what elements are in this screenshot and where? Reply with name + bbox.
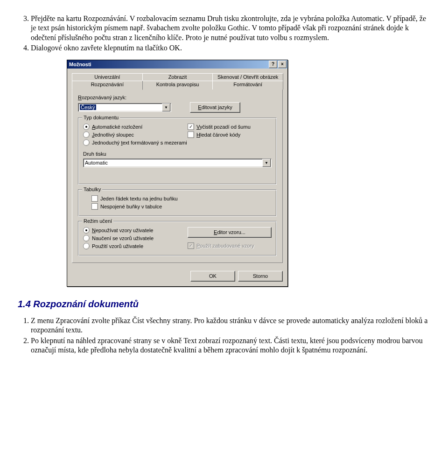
recognition-steps-list: Z menu Zpracování zvolte příkaz Číst vše… (18, 316, 430, 355)
checkbox-icon (91, 195, 98, 202)
radio-simple-text[interactable]: Jednoduchý text formátovaný s mezerami (83, 139, 188, 146)
check-unjoined-cells[interactable]: Nespojené buňky v tabulce (91, 203, 272, 210)
language-label: Rozpoznávaný jazyk: (78, 95, 277, 100)
radio-no-patterns[interactable]: Nepoužívat vzory uživatele (83, 227, 188, 234)
group-document-type: Typ dokumentu Automatické rozložení Jedn… (78, 117, 277, 185)
cancel-button[interactable]: Storno (238, 271, 283, 282)
print-type-value: Automatic (85, 160, 108, 166)
help-button[interactable]: ? (269, 61, 277, 68)
radio-dot-icon (83, 227, 90, 234)
checkbox-icon (188, 131, 194, 138)
radio-dot-icon (83, 243, 90, 249)
radio-dot-icon (83, 139, 90, 146)
recognition-step-1: Z menu Zpracování zvolte příkaz Číst vše… (31, 316, 430, 335)
radio-learn-patterns[interactable]: Naučení se vzorů uživatele (83, 235, 188, 241)
chevron-down-icon[interactable]: ▼ (262, 159, 271, 167)
radio-dot-icon (83, 235, 90, 241)
tab-rozpoznavani[interactable]: Rozpoznávání (72, 81, 143, 90)
check-barcodes[interactable]: Hledat čárové kódy (188, 131, 272, 138)
radio-dot-icon (83, 131, 90, 138)
instruction-step-3: Přejděte na kartu Rozpoznávání. V rozbal… (31, 14, 430, 42)
radio-use-patterns[interactable]: Použití vzorů uživatele (83, 243, 188, 249)
chevron-down-icon[interactable]: ▼ (162, 103, 170, 111)
tabstrip: Univerzální Zobrazit Skenovat / Otevřít … (72, 73, 283, 89)
group-tables: Tabulky Jeden řádek textu na jednu buňku… (78, 189, 277, 216)
radio-single-column[interactable]: Jednotlivý sloupec (83, 131, 188, 138)
close-button[interactable]: × (278, 61, 287, 68)
dialog-title: Možnosti (69, 62, 91, 67)
check-clean-noise[interactable]: ✓ Vyčistit pozadí od šumu (188, 124, 272, 130)
options-dialog: Možnosti ? × Univerzální Zobrazit Skenov… (67, 60, 288, 287)
ok-button[interactable]: OK (190, 271, 235, 282)
titlebar[interactable]: Možnosti ? × (67, 60, 287, 69)
check-builtin-patterns: ✓ Použít zabudované vzory (188, 242, 272, 249)
group-learning: Režim učení Nepoužívat vzory uživatele N… (78, 221, 277, 256)
tab-formatovani[interactable]: Formátování (212, 81, 283, 90)
radio-auto-layout[interactable]: Automatické rozložení (83, 124, 188, 130)
recognition-step-2: Po klepnutí na náhled zpracované strany … (31, 336, 430, 355)
checkbox-icon (91, 203, 98, 210)
print-type-combo[interactable]: Automatic ▼ (83, 159, 272, 167)
checkbox-icon: ✓ (188, 242, 194, 249)
tab-kontrola[interactable]: Kontrola pravopisu (142, 81, 213, 90)
language-combo[interactable]: Český ▼ (78, 103, 171, 112)
check-one-row-per-cell[interactable]: Jeden řádek textu na jednu buňku (91, 195, 272, 202)
section-heading: 1.4 Rozpoznání dokumentů (18, 299, 430, 310)
instruction-list: Přejděte na kartu Rozpoznávání. V rozbal… (18, 14, 430, 53)
checkbox-icon: ✓ (188, 124, 194, 130)
edit-languages-button[interactable]: Editovat jazyky (190, 102, 240, 113)
print-type-label: Druh tisku (83, 151, 272, 157)
radio-dot-icon (83, 124, 90, 130)
instruction-step-4: Dialogové okno zavřete klepnutím na tlač… (31, 43, 430, 53)
tab-panel: Rozpoznávaný jazyk: Český ▼ Editovat jaz… (72, 89, 283, 263)
language-value: Český (80, 104, 96, 110)
pattern-editor-button[interactable]: Editor vzoru... (188, 227, 272, 238)
